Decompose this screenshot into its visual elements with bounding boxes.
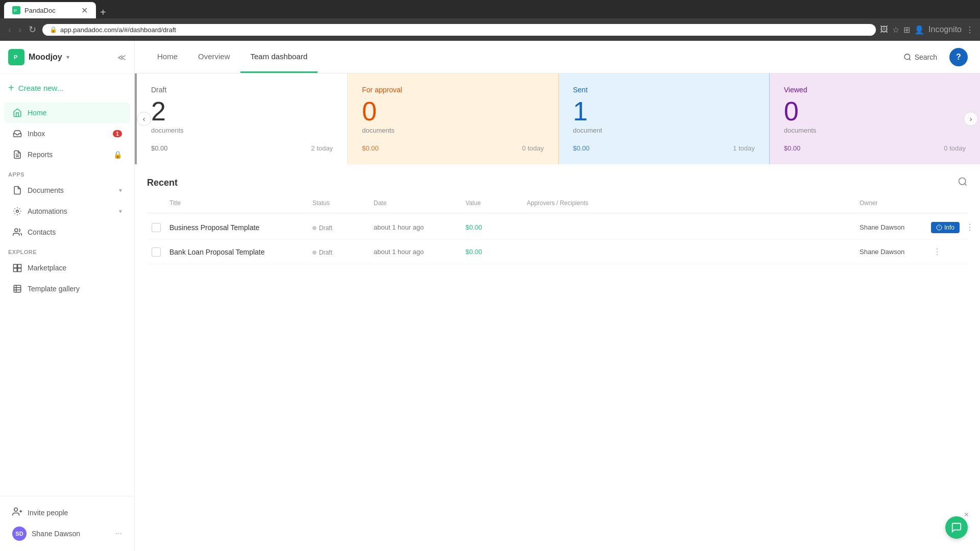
contacts-icon bbox=[12, 227, 22, 237]
svg-line-21 bbox=[965, 184, 967, 186]
col-date-header: Date bbox=[370, 197, 461, 209]
browser-actions: 🖼 ☆ ⊞ 👤 Incognito ⋮ bbox=[880, 25, 974, 35]
sidebar-item-reports[interactable]: Reports 🔒 bbox=[4, 144, 130, 165]
row1-actions: Info ⋮ bbox=[927, 220, 968, 234]
table-row[interactable]: Business Proposal Template Draft about 1… bbox=[147, 215, 968, 240]
sent-amount: $0.00 bbox=[573, 144, 590, 152]
user-more-icon[interactable]: ··· bbox=[115, 529, 122, 538]
row1-owner: Shane Dawson bbox=[855, 223, 927, 231]
row2-more-button[interactable]: ⋮ bbox=[931, 245, 943, 259]
url-text: app.pandadoc.com/a/#/dashboard/draft bbox=[60, 26, 176, 34]
user-profile-button[interactable]: SD Shane Dawson ··· bbox=[8, 522, 126, 545]
sent-today: 1 today bbox=[733, 144, 755, 152]
draft-amount: $0.00 bbox=[151, 144, 168, 152]
sidebar-item-automations[interactable]: Automations ▾ bbox=[4, 201, 130, 221]
sent-number: 1 bbox=[573, 98, 755, 124]
browser-tab-bar: P PandaDoc ✕ + bbox=[0, 0, 980, 18]
search-label: Search bbox=[915, 53, 937, 61]
sidebar-item-contacts[interactable]: Contacts bbox=[4, 222, 130, 242]
row2-actions: ⋮ bbox=[927, 245, 968, 259]
sidebar-reports-label: Reports bbox=[28, 151, 53, 159]
sidebar-item-inbox[interactable]: Inbox 1 bbox=[4, 123, 130, 144]
sidebar-documents-label: Documents bbox=[28, 186, 64, 194]
tab-overview[interactable]: Overview bbox=[188, 41, 240, 73]
reports-lock-icon: 🔒 bbox=[113, 151, 122, 159]
invite-people-button[interactable]: Invite people bbox=[8, 503, 126, 522]
approval-today: 0 today bbox=[522, 144, 544, 152]
sent-footer: $0.00 1 today bbox=[573, 144, 755, 152]
row2-checkbox[interactable] bbox=[147, 247, 165, 257]
row1-checkbox[interactable] bbox=[147, 223, 165, 232]
no-image-icon: 🖼 bbox=[880, 25, 888, 34]
reports-icon bbox=[12, 149, 22, 160]
incognito-label: Incognito bbox=[928, 25, 962, 34]
forward-button[interactable]: › bbox=[16, 22, 23, 37]
svg-point-20 bbox=[959, 178, 966, 185]
sidebar-contacts-label: Contacts bbox=[28, 228, 56, 236]
viewed-today: 0 today bbox=[944, 144, 966, 152]
sent-unit: document bbox=[573, 127, 755, 134]
row2-date: about 1 hour ago bbox=[370, 248, 461, 256]
sidebar-item-marketplace[interactable]: Marketplace bbox=[4, 258, 130, 278]
address-bar[interactable]: 🔒 app.pandadoc.com/a/#/dashboard/draft bbox=[42, 24, 876, 36]
stat-card-draft[interactable]: Draft 2 documents $0.00 2 today bbox=[135, 73, 348, 164]
nav-controls: ‹ › ↻ bbox=[6, 22, 38, 37]
sidebar-inbox-label: Inbox bbox=[28, 130, 45, 138]
help-button[interactable]: ? bbox=[949, 48, 968, 66]
row1-date: about 1 hour ago bbox=[370, 223, 461, 231]
brand[interactable]: P Moodjoy ▾ bbox=[8, 49, 69, 65]
tab-close-button[interactable]: ✕ bbox=[81, 6, 88, 15]
explore-section-label: EXPLORE bbox=[0, 243, 134, 257]
browser-tab[interactable]: P PandaDoc ✕ bbox=[4, 2, 96, 18]
tab-bar: Home Overview Team dashboard bbox=[147, 41, 317, 73]
brand-chevron-icon: ▾ bbox=[66, 54, 69, 61]
sidebar-item-template-gallery[interactable]: Template gallery bbox=[4, 279, 130, 299]
profile-icon[interactable]: 👤 bbox=[914, 25, 924, 35]
reload-button[interactable]: ↻ bbox=[27, 22, 38, 37]
user-avatar: SD bbox=[12, 527, 27, 541]
svg-point-5 bbox=[16, 210, 19, 213]
sidebar-collapse-button[interactable]: ≪ bbox=[117, 53, 126, 62]
row1-value: $0.00 bbox=[461, 223, 523, 231]
bookmark-icon[interactable]: ☆ bbox=[892, 25, 899, 35]
sidebar-home-label: Home bbox=[28, 109, 46, 117]
row1-info-label: Info bbox=[944, 224, 954, 231]
col-recipients-header: Approvers / Recipients bbox=[523, 197, 855, 209]
stat-card-sent[interactable]: Sent 1 document $0.00 1 today bbox=[559, 73, 770, 164]
apps-section-label: APPS bbox=[0, 165, 134, 180]
inbox-badge: 1 bbox=[113, 130, 122, 137]
approval-number: 0 bbox=[362, 98, 544, 124]
draft-title: Draft bbox=[151, 86, 333, 94]
recent-search-icon[interactable] bbox=[958, 177, 968, 189]
stat-card-approval[interactable]: For approval 0 documents $0.00 0 today bbox=[348, 73, 558, 164]
new-tab-button[interactable]: + bbox=[96, 7, 110, 18]
row1-info-button[interactable]: Info bbox=[931, 222, 960, 233]
table-row[interactable]: Bank Loan Proposal Template Draft about … bbox=[147, 240, 968, 264]
documents-icon bbox=[12, 185, 22, 195]
stat-card-viewed[interactable]: Viewed 0 documents $0.00 0 today bbox=[770, 73, 980, 164]
automations-chevron-icon: ▾ bbox=[119, 208, 122, 215]
carousel-next-button[interactable]: › bbox=[964, 112, 978, 126]
split-screen-icon[interactable]: ⊞ bbox=[903, 25, 910, 35]
row2-status: Draft bbox=[308, 247, 370, 257]
create-new-button[interactable]: + Create new... bbox=[0, 74, 134, 102]
row1-more-button[interactable]: ⋮ bbox=[964, 220, 976, 234]
chat-bubble-button[interactable] bbox=[945, 516, 968, 539]
sidebar-item-home[interactable]: Home bbox=[4, 103, 130, 123]
tab-home-label: Home bbox=[157, 52, 178, 61]
col-value-header: Value bbox=[461, 197, 523, 209]
tab-team-dashboard[interactable]: Team dashboard bbox=[240, 41, 318, 73]
sidebar-footer: Invite people SD Shane Dawson ··· bbox=[0, 496, 134, 551]
draft-today: 2 today bbox=[311, 144, 333, 152]
sidebar-automations-label: Automations bbox=[28, 207, 67, 215]
back-button[interactable]: ‹ bbox=[6, 22, 13, 37]
draft-footer: $0.00 2 today bbox=[151, 144, 333, 152]
search-button[interactable]: Search bbox=[897, 50, 943, 64]
carousel-prev-button[interactable]: ‹ bbox=[137, 112, 151, 126]
menu-icon[interactable]: ⋮ bbox=[966, 25, 974, 35]
sidebar-item-documents[interactable]: Documents ▾ bbox=[4, 180, 130, 201]
sidebar-template-gallery-label: Template gallery bbox=[28, 285, 80, 293]
chat-close-button[interactable]: × bbox=[964, 510, 969, 519]
tab-home[interactable]: Home bbox=[147, 41, 188, 73]
row2-value: $0.00 bbox=[461, 248, 523, 256]
